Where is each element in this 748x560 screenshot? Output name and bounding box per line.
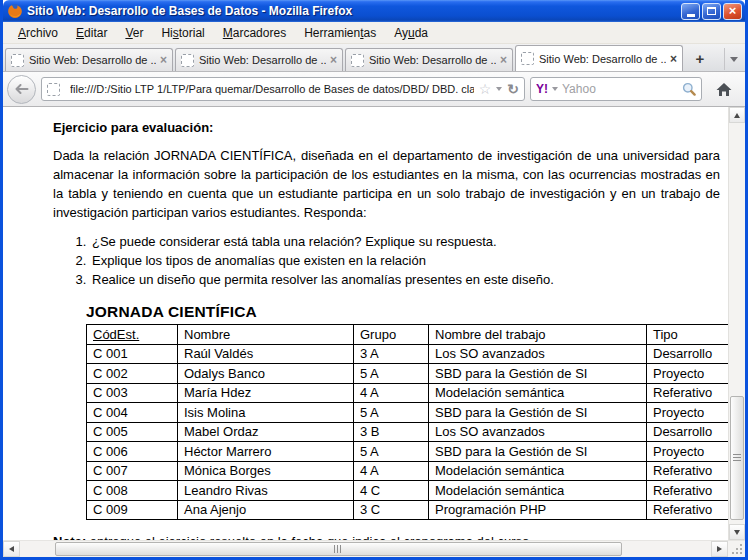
table-row: C 001Raúl Valdés3 ALos SO avanzadosDesar… (87, 344, 729, 364)
arrow-right-icon (717, 546, 722, 552)
menu-item-editar[interactable]: Editar (67, 24, 116, 42)
table-cell: Desarrollo (647, 422, 729, 442)
menu-item-marcadores[interactable]: Marcadores (214, 24, 295, 42)
table-cell: Proyecto (647, 403, 729, 423)
column-header: Nombre (178, 325, 354, 345)
tab-label: Sitio Web: Desarrollo de ... (369, 54, 496, 66)
back-arrow-icon (15, 84, 29, 94)
table-cell: Odalys Banco (178, 364, 354, 384)
table-cell: C 003 (87, 383, 178, 403)
tab-1[interactable]: Sitio Web: Desarrollo de ...× (5, 48, 173, 71)
content-area: Ejercicio para evaluación: Dada la relac… (3, 107, 745, 540)
table-cell: C 006 (87, 442, 178, 462)
table-cell: C 008 (87, 481, 178, 501)
tab-3[interactable]: Sitio Web: Desarrollo de ...× (345, 48, 513, 71)
scroll-right-button[interactable] (711, 541, 728, 557)
table-cell: Isis Molina (178, 403, 354, 423)
table-title: JORNADA CIENTÍFICA (86, 303, 720, 321)
column-header: Nombre del trabajo (429, 325, 647, 345)
tab-label: Sitio Web: Desarrollo de ... (539, 53, 666, 65)
menu-item-ayuda[interactable]: Ayuda (385, 24, 437, 42)
table-row: C 007Mónica Borges4 AModelación semántic… (87, 461, 729, 481)
question-item: Explique los tipos de anomalías que exis… (90, 251, 720, 270)
new-tab-button[interactable]: + (687, 46, 713, 70)
home-button[interactable] (707, 75, 741, 103)
search-bar: Y! (530, 77, 702, 101)
url-input[interactable] (70, 83, 474, 95)
table-cell: Programación PHP (429, 500, 647, 520)
bookmark-star-icon[interactable]: ☆ (479, 82, 492, 96)
page-favicon-icon (521, 52, 534, 65)
menu-item-archivo[interactable]: Archivo (9, 24, 67, 42)
search-input[interactable] (562, 82, 678, 96)
vertical-scrollbar (728, 107, 745, 540)
search-engine-logo[interactable]: Y! (536, 82, 548, 96)
minimize-button[interactable] (681, 3, 700, 20)
horizontal-scroll-thumb[interactable] (55, 542, 622, 556)
table-cell: C 001 (87, 344, 178, 364)
close-button[interactable]: × (723, 3, 742, 20)
table-cell: María Hdez (178, 383, 354, 403)
search-icon[interactable] (682, 82, 696, 96)
url-dropdown-icon[interactable] (496, 87, 502, 91)
table-cell: Mabel Ordaz (178, 422, 354, 442)
thumb-grip-icon (334, 545, 343, 553)
scroll-left-button[interactable] (3, 541, 20, 557)
tab-close-icon[interactable]: × (160, 55, 167, 65)
engine-dropdown-icon[interactable] (552, 87, 558, 91)
table-cell: SBD para la Gestión de SI (429, 364, 647, 384)
table-cell: SBD para la Gestión de SI (429, 442, 647, 462)
column-header: CódEst. (87, 325, 178, 345)
table-cell: Héctor Marrero (178, 442, 354, 462)
data-table: CódEst.NombreGrupoNombre del trabajoTipo… (86, 324, 728, 520)
exercise-paragraph: Dada la relación JORNADA CIENTÍFICA, dis… (53, 146, 720, 222)
tab-close-icon[interactable]: × (500, 55, 507, 65)
questions-list: ¿Se puede considerar está tabla una rela… (53, 232, 720, 289)
table-cell: 3 B (354, 422, 429, 442)
tab-4[interactable]: Sitio Web: Desarrollo de ...× (515, 45, 683, 71)
table-cell: C 005 (87, 422, 178, 442)
menu-item-historial[interactable]: Historial (152, 24, 213, 42)
table-cell: 3 A (354, 344, 429, 364)
vertical-scroll-thumb[interactable] (730, 396, 744, 520)
table-cell: Modelación semántica (429, 481, 647, 501)
horizontal-scrollbar (3, 540, 745, 557)
exercise-heading: Ejercicio para evaluación: (53, 120, 720, 135)
page-favicon-icon (47, 83, 60, 96)
table-row: C 008Leandro Rivas4 CModelación semántic… (87, 481, 729, 501)
window-title: Sitio Web: Desarrollo de Bases de Datos … (27, 4, 679, 18)
question-item: Realice un diseño que permita resolver l… (90, 270, 720, 289)
firefox-logo-icon (7, 3, 23, 19)
web-page: Ejercicio para evaluación: Dada la relac… (3, 107, 728, 540)
table-cell: C 009 (87, 500, 178, 520)
tab-close-icon[interactable]: × (670, 54, 677, 64)
table-cell: Referativo (647, 461, 729, 481)
scroll-down-button[interactable] (729, 524, 745, 540)
table-row: C 003María Hdez4 AModelación semánticaRe… (87, 383, 729, 403)
back-button[interactable] (7, 75, 36, 104)
url-bar: ☆ ↻ (41, 77, 525, 101)
chevron-down-icon (730, 57, 738, 62)
resize-grip[interactable] (728, 541, 745, 557)
tab-2[interactable]: Sitio Web: Desarrollo de ...× (175, 48, 343, 71)
table-body: C 001Raúl Valdés3 ALos SO avanzadosDesar… (87, 344, 729, 520)
table-cell: Referativo (647, 383, 729, 403)
reload-icon[interactable]: ↻ (507, 82, 519, 96)
table-cell: 5 A (354, 403, 429, 423)
horizontal-scroll-track[interactable] (20, 541, 711, 557)
vertical-scroll-track[interactable] (729, 123, 745, 524)
tabs-container: Sitio Web: Desarrollo de ...×Sitio Web: … (5, 44, 685, 71)
table-cell: Referativo (647, 481, 729, 501)
table-row: C 006Héctor Marrero5 ASBD para la Gestió… (87, 442, 729, 462)
table-cell: Proyecto (647, 364, 729, 384)
tab-overflow-button[interactable] (724, 48, 743, 70)
maximize-button[interactable] (702, 3, 721, 20)
menu-bar: ArchivoEditarVerHistorialMarcadoresHerra… (3, 22, 745, 44)
scroll-up-button[interactable] (729, 107, 745, 123)
thumb-grip-icon (733, 454, 741, 463)
menu-item-herramientas[interactable]: Herramientas (295, 24, 385, 42)
table-cell: 4 C (354, 481, 429, 501)
table-cell: 5 A (354, 442, 429, 462)
tab-close-icon[interactable]: × (330, 55, 337, 65)
menu-item-ver[interactable]: Ver (116, 24, 152, 42)
